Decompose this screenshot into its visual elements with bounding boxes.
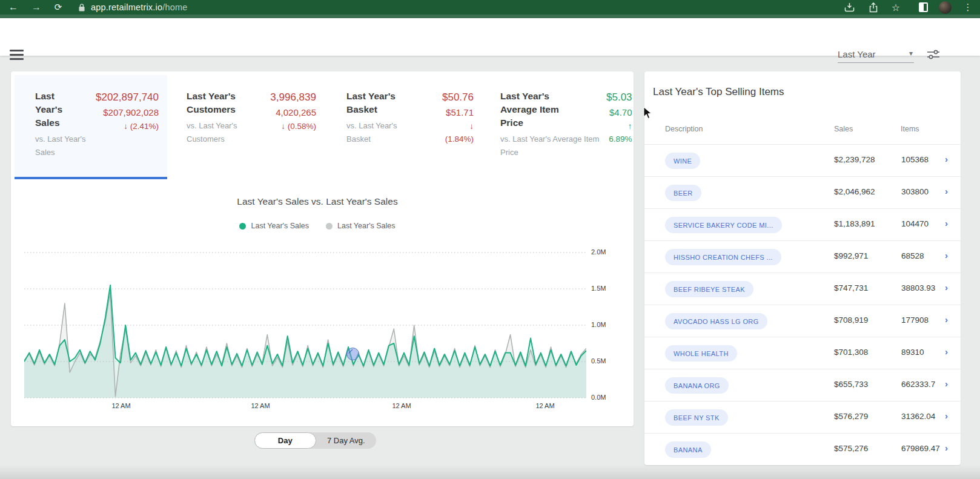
toggle-option-day[interactable]: Day (254, 432, 316, 449)
item-count: 89310 (901, 348, 924, 357)
browser-back-button[interactable]: ← (5, 0, 21, 15)
chevron-right-icon[interactable]: › (945, 314, 948, 325)
item-sales: $655,733 (834, 380, 868, 389)
sales-line-chart[interactable] (24, 246, 586, 398)
browser-forward-button[interactable]: → (28, 0, 44, 15)
kpi-title: Last Year's Sales (35, 90, 74, 130)
x-axis-tick: 12 AM (385, 402, 419, 409)
item-count: 38803.93 (901, 283, 935, 292)
item-sales: $2,046,962 (834, 187, 875, 196)
profile-avatar[interactable] (938, 0, 952, 15)
column-header-description: Description (665, 125, 703, 133)
top-items-title: Last Year's Top Selling Items (653, 86, 784, 98)
item-pill[interactable]: BEEF NY STK (665, 409, 728, 426)
column-header-items: Items (901, 125, 919, 133)
item-sales: $992,971 (834, 251, 868, 260)
kpi-prev-value: $4.70 (606, 105, 632, 120)
url-host: app.retailmetrix.io (91, 2, 162, 12)
kpi-value: $202,897,740 (96, 90, 159, 105)
y-axis-tick: 0.0M (591, 394, 618, 401)
period-dropdown[interactable]: Last Year ▾ (838, 46, 914, 63)
kpi-card-avg-item-price[interactable]: Last Year's Average Item Price vs. Last … (488, 75, 634, 176)
table-row[interactable]: AVOCADO HASS LG ORG $708,919 177908 › (644, 305, 961, 337)
chrome-divider (0, 15, 980, 18)
item-sales: $1,183,891 (834, 219, 875, 228)
item-pill[interactable]: HISSHO CREATION CHEFS ... (665, 249, 781, 265)
bookmark-star-icon[interactable]: ☆ (889, 0, 903, 15)
top-items-table: WINE $2,239,728 105368 › BEER $2,046,962… (644, 144, 961, 465)
chevron-right-icon[interactable]: › (945, 411, 948, 421)
legend-item-current[interactable]: Last Year's Sales (239, 222, 309, 230)
browser-toolbar: ← → ⟳ app.retailmetrix.io/home ☆ ⋮ (0, 0, 980, 15)
kpi-card-basket[interactable]: Last Year's Basket vs. Last Year's Baske… (334, 75, 482, 166)
table-row[interactable]: BEER $2,046,962 303800 › (644, 176, 961, 208)
legend-dot-green (239, 223, 246, 230)
tab-preview-icon[interactable] (916, 0, 930, 15)
chevron-right-icon[interactable]: › (945, 250, 948, 260)
item-pill[interactable]: BEER (665, 185, 701, 201)
chart-drag-handle[interactable] (346, 348, 359, 360)
table-row[interactable]: BEEF RIBEYE STEAK $747,731 38803.93 › (644, 273, 961, 305)
item-count: 303800 (901, 187, 929, 196)
share-icon[interactable] (866, 0, 881, 15)
kpi-delta: ↑ 6.89% (606, 120, 632, 145)
legend-label: Last Year's Sales (251, 222, 309, 230)
table-row[interactable]: WINE $2,239,728 105368 › (644, 144, 961, 176)
item-pill[interactable]: BANANA ORG (665, 377, 729, 394)
kpi-prev-value: $207,902,028 (96, 105, 159, 120)
legend-dot-gray (326, 223, 333, 230)
x-axis-tick: 12 AM (528, 402, 562, 409)
chevron-right-icon[interactable]: › (945, 154, 948, 164)
table-row[interactable]: BANANA $575,276 679869.47 › (644, 433, 961, 465)
item-pill[interactable]: BEEF RIBEYE STEAK (665, 281, 753, 297)
item-sales: $708,919 (834, 315, 868, 325)
item-pill[interactable]: AVOCADO HASS LG ORG (665, 313, 767, 329)
chevron-right-icon[interactable]: › (945, 443, 948, 453)
bottom-shadow (0, 464, 980, 479)
table-row[interactable]: HISSHO CREATION CHEFS ... $992,971 68528… (644, 240, 961, 273)
toggle-option-7day-avg[interactable]: 7 Day Avg. (316, 432, 377, 449)
period-dropdown-value: Last Year (838, 49, 876, 59)
browser-menu-icon[interactable]: ⋮ (961, 0, 975, 15)
legend-label: Last Year's Sales (337, 222, 396, 230)
kpi-subtitle: vs. Last Year's Sales (35, 133, 88, 159)
chart-legend: Last Year's Sales Last Year's Sales (136, 222, 499, 230)
item-pill[interactable]: BANANA (665, 441, 711, 458)
chevron-right-icon[interactable]: › (945, 218, 948, 228)
kpi-delta: ↓ (0.58%) (270, 120, 316, 133)
table-row[interactable]: SERVICE BAKERY CODE MI... $1,183,891 104… (644, 208, 961, 240)
address-bar[interactable]: app.retailmetrix.io/home (91, 0, 188, 15)
menu-hamburger-icon[interactable] (10, 50, 24, 60)
kpi-delta: ↓ (1.84%) (440, 120, 474, 145)
granularity-toggle: Day 7 Day Avg. (254, 432, 376, 449)
kpi-card-customers[interactable]: Last Year's Customers vs. Last Year's Cu… (174, 75, 325, 166)
app-header: Last Year ▾ (0, 18, 980, 56)
chevron-right-icon[interactable]: › (945, 378, 948, 389)
browser-reload-button[interactable]: ⟳ (50, 0, 66, 15)
item-pill[interactable]: WINE (665, 153, 700, 169)
kpi-title: Last Year's Customers (187, 90, 253, 116)
kpi-subtitle: vs. Last Year's Customers (187, 119, 264, 146)
filter-sliders-icon[interactable] (927, 48, 940, 63)
y-axis-tick: 1.5M (591, 285, 618, 292)
table-row[interactable]: WHOLE HEALTH $701,308 89310 › (644, 337, 961, 369)
table-row[interactable]: BEEF NY STK $576,279 31362.04 › (644, 401, 961, 433)
item-count: 662333.7 (901, 380, 935, 389)
url-path: /home (162, 2, 187, 12)
table-row[interactable]: BANANA ORG $655,733 662333.7 › (644, 369, 961, 401)
download-icon[interactable] (842, 0, 856, 15)
item-pill[interactable]: SERVICE BAKERY CODE MI... (665, 217, 782, 233)
kpi-value: $50.76 (440, 90, 474, 105)
kpi-value: 3,996,839 (270, 90, 316, 105)
kpi-title: Last Year's Average Item Price (500, 90, 576, 130)
legend-item-comparison[interactable]: Last Year's Sales (326, 222, 396, 230)
item-sales: $747,731 (834, 283, 868, 292)
item-count: 679869.47 (901, 444, 940, 453)
item-pill[interactable]: WHOLE HEALTH (665, 345, 737, 362)
chevron-right-icon[interactable]: › (945, 282, 948, 292)
y-axis-tick: 1.0M (591, 321, 618, 328)
chevron-right-icon[interactable]: › (945, 346, 948, 357)
kpi-card-sales[interactable]: Last Year's Sales vs. Last Year's Sales … (15, 75, 167, 179)
kpi-delta: ↓ (2.41%) (96, 120, 159, 133)
chevron-right-icon[interactable]: › (945, 186, 948, 196)
